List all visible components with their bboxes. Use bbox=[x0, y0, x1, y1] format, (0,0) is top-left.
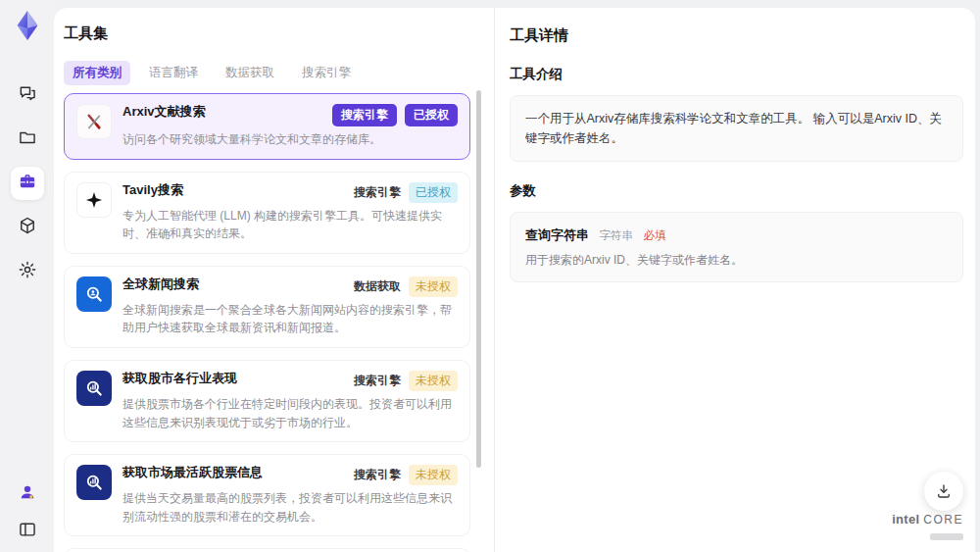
tool-category-badge: 搜索引擎 bbox=[332, 104, 397, 126]
rail-item-panel-toggle[interactable] bbox=[13, 517, 42, 546]
news-search-blue-icon bbox=[76, 276, 112, 312]
tool-body: Tavily搜索搜索引擎已授权专为人工智能代理 (LLM) 构建的搜索引擎工具。… bbox=[122, 182, 458, 243]
tool-body: 获取股市各行业表现搜索引擎未授权提供股票市场各个行业在特定时间段内的表现。投资者… bbox=[122, 371, 458, 431]
tab-0[interactable]: 所有类别 bbox=[64, 61, 130, 85]
tool-card[interactable]: Tavily搜索搜索引擎已授权专为人工智能代理 (LLM) 构建的搜索引擎工具。… bbox=[64, 172, 470, 254]
arxiv-logo-icon bbox=[76, 104, 112, 139]
tool-description: 专为人工智能代理 (LLM) 构建的搜索引擎工具。可快速提供实时、准确和真实的结… bbox=[122, 207, 458, 243]
rail-nav bbox=[0, 78, 54, 288]
tool-head: 全球新闻搜索数据获取未授权 bbox=[122, 276, 458, 297]
tool-head: 获取市场最活跃股票信息搜索引擎未授权 bbox=[122, 465, 458, 485]
page-title: 工具集 bbox=[64, 25, 470, 43]
tool-category-badge: 搜索引擎 bbox=[354, 373, 401, 389]
tool-title: 获取市场最活跃股票信息 bbox=[122, 465, 263, 481]
download-icon bbox=[935, 482, 953, 500]
left-rail bbox=[0, 0, 54, 552]
stock-search-navy-icon bbox=[76, 465, 112, 500]
tool-category-badge: 数据获取 bbox=[354, 278, 401, 295]
tool-title: 全球新闻搜索 bbox=[122, 276, 199, 293]
toolset-column: 工具集 所有类别语言翻译数据获取搜索引擎 Arxiv文献搜索搜索引擎已授权访问各… bbox=[54, 8, 495, 552]
param-head: 查询字符串 字符串 必填 bbox=[525, 226, 948, 244]
param-name: 查询字符串 bbox=[525, 227, 589, 242]
rail-item-toolbox[interactable] bbox=[11, 167, 44, 200]
app-logo-icon[interactable] bbox=[10, 8, 45, 43]
brand-ultra-badge bbox=[930, 533, 963, 540]
rail-item-folder[interactable] bbox=[11, 123, 44, 156]
tool-description: 全球新闻搜索是一个聚合全球各大新闻网站内容的搜索引擎，帮助用户快速获取全球最新资… bbox=[122, 301, 458, 337]
download-button[interactable] bbox=[924, 472, 963, 511]
param-box: 查询字符串 字符串 必填 用于搜索的Arxiv ID、关键字或作者姓名。 bbox=[510, 212, 963, 282]
tool-head: 获取股市各行业表现搜索引擎未授权 bbox=[122, 371, 458, 391]
settings-gear-icon bbox=[18, 260, 37, 283]
folder-icon bbox=[18, 127, 37, 151]
tool-badges: 搜索引擎未授权 bbox=[346, 371, 458, 391]
panel-toggle-icon bbox=[18, 520, 37, 543]
tab-2[interactable]: 数据获取 bbox=[217, 61, 283, 85]
brand-word-core: CORE bbox=[923, 513, 963, 527]
tool-head: Tavily搜索搜索引擎已授权 bbox=[122, 182, 458, 203]
intro-heading: 工具介绍 bbox=[510, 66, 963, 83]
tool-badges: 搜索引擎已授权 bbox=[346, 182, 458, 203]
tool-head: Arxiv文献搜索搜索引擎已授权 bbox=[122, 104, 458, 126]
cube-icon bbox=[18, 216, 37, 239]
intel-core-logo: intel CORE bbox=[892, 512, 963, 544]
scrollbar-thumb[interactable] bbox=[476, 90, 481, 468]
tool-detail-column: 工具详情 工具介绍 一个用于从Arxiv存储库搜索科学论文和文章的工具。 输入可… bbox=[510, 8, 963, 282]
brand-word-intel: intel bbox=[892, 512, 919, 527]
param-required-flag: 必填 bbox=[643, 229, 665, 241]
tool-card[interactable]: 获取股市各行业表现搜索引擎未授权提供股票市场各个行业在特定时间段内的表现。投资者… bbox=[64, 360, 470, 442]
tool-description: 提供当天交易量最高的股票列表，投资者可以利用这些信息来识别流动性强的股票和潜在的… bbox=[122, 489, 458, 526]
chat-icon bbox=[18, 83, 37, 107]
tool-badges: 搜索引擎未授权 bbox=[346, 465, 458, 485]
toolbox-icon bbox=[18, 172, 37, 195]
category-tabs: 所有类别语言翻译数据获取搜索引擎 bbox=[64, 61, 470, 85]
tool-category-badge: 搜索引擎 bbox=[354, 184, 401, 201]
tool-body: Arxiv文献搜索搜索引擎已授权访问各个研究领域大量科学论文和文章的存储库。 bbox=[122, 104, 458, 149]
tool-card[interactable]: Arxiv文献搜索搜索引擎已授权访问各个研究领域大量科学论文和文章的存储库。 bbox=[64, 93, 470, 160]
detail-title: 工具详情 bbox=[510, 26, 963, 45]
tool-card[interactable]: 全球新闻搜索数据获取未授权全球新闻搜索是一个聚合全球各大新闻网站内容的搜索引擎，… bbox=[64, 266, 470, 348]
avatar-icon bbox=[18, 482, 37, 506]
tool-badges: 数据获取未授权 bbox=[346, 276, 458, 297]
rail-item-settings-gear[interactable] bbox=[11, 255, 44, 288]
tool-status-badge: 已授权 bbox=[409, 182, 458, 203]
main-panel: 工具集 所有类别语言翻译数据获取搜索引擎 Arxiv文献搜索搜索引擎已授权访问各… bbox=[54, 8, 975, 552]
rail-bottom bbox=[0, 479, 54, 546]
tool-description: 提供股票市场各个行业在特定时间段内的表现。投资者可以利用这些信息来识别表现优于或… bbox=[122, 395, 458, 431]
tool-badges: 搜索引擎已授权 bbox=[324, 104, 458, 126]
intro-box: 一个用于从Arxiv存储库搜索科学论文和文章的工具。 输入可以是Arxiv ID… bbox=[510, 95, 963, 162]
tool-list: Arxiv文献搜索搜索引擎已授权访问各个研究领域大量科学论文和文章的存储库。Ta… bbox=[64, 93, 470, 552]
tool-title: 获取股市各行业表现 bbox=[122, 371, 237, 387]
tool-card[interactable]: 万维地区新闻查询搜索引擎未授权查询具体行政区划内的新闻，快速了解各地新闻动态 bbox=[64, 548, 470, 552]
param-type: 字符串 bbox=[599, 229, 633, 241]
tool-status-badge: 未授权 bbox=[409, 276, 458, 297]
rail-item-cube[interactable] bbox=[11, 211, 44, 244]
param-desc: 用于搜索的Arxiv ID、关键字或作者姓名。 bbox=[525, 251, 948, 269]
tab-1[interactable]: 语言翻译 bbox=[140, 61, 207, 85]
tool-category-badge: 搜索引擎 bbox=[354, 467, 401, 483]
tavily-star-icon bbox=[76, 182, 112, 218]
tool-body: 获取市场最活跃股票信息搜索引擎未授权提供当天交易量最高的股票列表，投资者可以利用… bbox=[122, 465, 458, 526]
tool-title: Arxiv文献搜索 bbox=[122, 104, 206, 121]
tool-card[interactable]: 获取市场最活跃股票信息搜索引擎未授权提供当天交易量最高的股票列表，投资者可以利用… bbox=[64, 454, 470, 536]
tool-status-badge: 未授权 bbox=[409, 371, 458, 391]
tool-status-badge: 已授权 bbox=[405, 104, 458, 126]
tool-body: 全球新闻搜索数据获取未授权全球新闻搜索是一个聚合全球各大新闻网站内容的搜索引擎，… bbox=[122, 276, 458, 337]
tab-3[interactable]: 搜索引擎 bbox=[293, 61, 360, 85]
params-heading: 参数 bbox=[510, 182, 963, 200]
rail-item-chat[interactable] bbox=[11, 78, 44, 112]
tool-description: 访问各个研究领域大量科学论文和文章的存储库。 bbox=[122, 130, 458, 149]
rail-item-avatar[interactable] bbox=[13, 479, 42, 509]
stock-search-navy-icon bbox=[76, 371, 112, 406]
tool-title: Tavily搜索 bbox=[122, 182, 183, 199]
tool-status-badge: 未授权 bbox=[409, 465, 458, 485]
